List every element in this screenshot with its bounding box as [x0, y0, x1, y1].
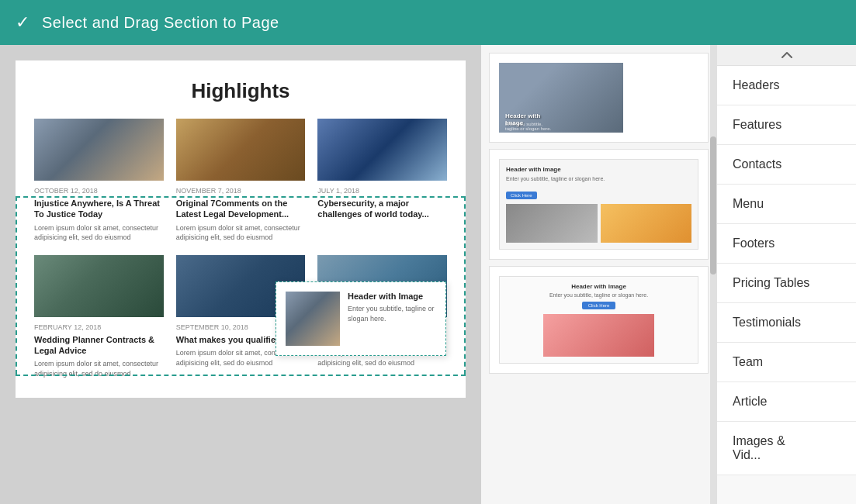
blog-excerpt-1: Lorem ipsum dolor sit amet, consectetur …: [34, 223, 164, 243]
list-item: OCTOBER 12, 2018 Injustice Anywhere, Is …: [34, 119, 164, 243]
top-bar: ✓ Select and Drag Section to Page: [0, 0, 856, 45]
blog-image-2: [176, 119, 306, 181]
section-card-3-desc: Enter you subtitle, tagline or slogan he…: [549, 292, 648, 298]
section-card-2-img-left: [506, 204, 598, 243]
check-icon: ✓: [16, 12, 29, 33]
sidebar-item-pricing-tables[interactable]: Pricing Tables: [717, 264, 856, 303]
blog-headline-4: Wedding Planner Contracts & Legal Advice: [34, 334, 164, 357]
section-card-3-btn: Click Here: [582, 302, 616, 309]
page-preview: Highlights OCTOBER 12, 2018 Injustice An…: [0, 45, 481, 504]
blog-headline-2: Original 7Comments on the Latest Legal D…: [176, 198, 306, 220]
blog-date-2: NOVEMBER 7, 2018: [176, 187, 306, 195]
list-item: FEBRUARY 12, 2018 Wedding Planner Contra…: [34, 255, 164, 379]
section-thumb-1: Header withImage Enter you subtitle,tagl…: [499, 63, 623, 133]
drag-card-content: Header with Image Enter you subtitle, ta…: [348, 292, 436, 346]
section-card-2-title: Header with Image: [506, 166, 691, 173]
sidebar-item-headers[interactable]: Headers: [717, 66, 856, 105]
scroll-thumb[interactable]: [710, 136, 716, 274]
chevron-up-icon: [781, 51, 793, 59]
blog-date-1: OCTOBER 12, 2018: [34, 187, 164, 195]
scroll-track: [710, 45, 716, 504]
sidebar-item-testimonials[interactable]: Testimonials: [717, 303, 856, 343]
list-item: NOVEMBER 7, 2018 Original 7Comments on t…: [176, 119, 306, 243]
sidebar-item-menu[interactable]: Menu: [717, 185, 856, 224]
sidebar-item-features[interactable]: Features: [717, 105, 856, 145]
sidebar-item-images-vid[interactable]: Images &Vid...: [717, 422, 856, 475]
section-card-2-img-right: [601, 204, 692, 243]
category-sidebar: Headers Features Contacts Menu Footers P…: [716, 45, 856, 504]
section-card-3-img: [543, 314, 654, 357]
scroll-top-button[interactable]: [717, 45, 856, 66]
sidebar-item-footers[interactable]: Footers: [717, 224, 856, 264]
blog-image-1: [34, 119, 164, 181]
blog-headline-1: Injustice Anywhere, Is A Threat To Justi…: [34, 198, 164, 220]
blog-image-3: [317, 119, 447, 181]
section-card-2[interactable]: Header with Image Enter you subtitle, ta…: [489, 149, 709, 260]
section-card-2-desc: Enter you subtitle, tagline or slogan he…: [506, 176, 691, 181]
sidebar-item-contacts[interactable]: Contacts: [717, 145, 856, 185]
sidebar-item-article[interactable]: Article: [717, 382, 856, 422]
drag-card[interactable]: Header with Image Enter you subtitle, ta…: [276, 281, 446, 356]
drag-card-title: Header with Image: [348, 292, 436, 301]
section-card-3-title: Header with Image: [571, 283, 626, 290]
section-card-1[interactable]: Header withImage Enter you subtitle,tagl…: [489, 53, 709, 143]
sidebar-item-team[interactable]: Team: [717, 343, 856, 382]
blog-date-4: FEBRUARY 12, 2018: [34, 323, 164, 331]
sections-gallery: Header withImage Enter you subtitle,tagl…: [481, 45, 716, 504]
blog-excerpt-4: Lorem ipsum dolor sit amet, consectetur …: [34, 359, 164, 378]
blog-image-4: [34, 255, 164, 317]
drag-card-image: [286, 292, 340, 346]
blog-headline-3: Cybersecurity, a major challenges of wor…: [317, 198, 447, 220]
blog-date-3: JULY 1, 2018: [317, 187, 447, 195]
list-item: JULY 1, 2018 Cybersecurity, a major chal…: [317, 119, 447, 243]
blog-excerpt-2: Lorem ipsum dolor sit amet, consectetur …: [176, 223, 306, 243]
section-card-3[interactable]: Header with Image Enter you subtitle, ta…: [489, 266, 709, 374]
section-card-2-btn: Click Here: [506, 192, 537, 199]
page-title: Highlights: [34, 79, 447, 103]
main-content: Highlights OCTOBER 12, 2018 Injustice An…: [0, 45, 856, 504]
top-bar-title: Select and Drag Section to Page: [42, 14, 279, 32]
drag-card-text: Enter you subtitle, tagline or slogan he…: [348, 304, 436, 323]
